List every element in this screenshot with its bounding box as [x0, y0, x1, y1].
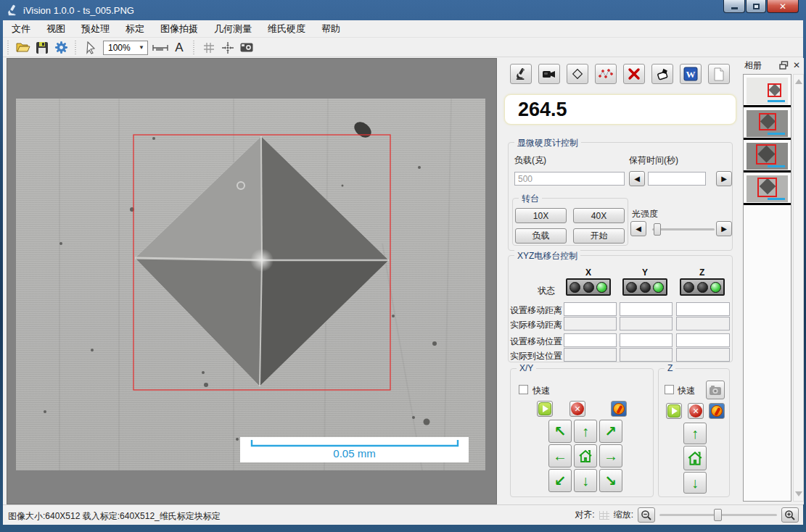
objective-10x-button[interactable]: 10X — [515, 208, 567, 223]
light-decrement-button[interactable]: ◀ — [630, 221, 646, 236]
y-set-distance-input[interactable] — [620, 302, 673, 316]
album-thumbnail-4[interactable] — [744, 173, 791, 205]
xy-stop-button[interactable]: ✕ — [569, 401, 585, 417]
select-tool-button[interactable] — [81, 40, 100, 56]
float-panel-icon[interactable] — [779, 61, 789, 70]
album-close-icon[interactable]: ✕ — [793, 60, 800, 70]
load-button[interactable]: 负载 — [515, 228, 567, 244]
jog-left-button[interactable]: ← — [548, 444, 572, 467]
delete-button[interactable] — [623, 64, 645, 84]
y-set-position-input[interactable] — [620, 333, 673, 347]
jog-up-button[interactable]: ↑ — [574, 420, 597, 443]
right-triangle-icon: ▶ — [721, 225, 727, 233]
menu-help[interactable]: 帮助 — [314, 20, 348, 38]
text-tool-button[interactable]: A — [170, 40, 189, 56]
measure-tool-button[interactable] — [151, 40, 170, 56]
z-set-position-input[interactable] — [676, 333, 730, 347]
zoom-in-button[interactable] — [781, 507, 799, 523]
main-toolbar: 100% ▼ A — [3, 38, 803, 57]
load-label: 负载(克) — [514, 154, 546, 167]
minimize-button[interactable] — [723, 0, 745, 13]
data-points-button[interactable] — [595, 64, 617, 84]
maximize-icon — [753, 4, 760, 9]
menu-file[interactable]: 文件 — [4, 20, 38, 38]
y-red-lamp — [626, 282, 637, 293]
clear-button[interactable] — [651, 64, 673, 84]
dwell-increment-button[interactable]: ▶ — [716, 171, 732, 186]
view-zoom-slider-handle[interactable] — [714, 509, 722, 521]
xy-home-button[interactable] — [574, 444, 597, 467]
jog-down-right-button[interactable]: ↘ — [599, 469, 622, 492]
light-increment-button[interactable]: ▶ — [716, 221, 732, 236]
menu-calibration[interactable]: 标定 — [118, 20, 152, 38]
delete-x-icon — [628, 67, 641, 80]
z-jog-up-button[interactable]: ↑ — [683, 423, 707, 444]
dwell-time-input[interactable] — [648, 172, 706, 186]
album-scrollbar[interactable] — [793, 74, 804, 502]
xy-run-button[interactable] — [537, 401, 553, 417]
z-set-distance-input[interactable] — [676, 302, 730, 316]
x-set-distance-input[interactable] — [564, 302, 617, 316]
jog-right-button[interactable]: → — [599, 444, 622, 467]
xy-reset-button[interactable] — [611, 401, 627, 417]
new-document-button[interactable] — [708, 64, 730, 84]
close-button[interactable]: ✕ — [767, 0, 799, 13]
center-crosshair-button[interactable] — [218, 40, 237, 56]
jog-up-right-button[interactable]: ↗ — [599, 420, 622, 443]
z-home-button[interactable] — [683, 446, 707, 470]
jog-down-left-button[interactable]: ↙ — [548, 469, 572, 492]
scroll-up-icon[interactable] — [795, 79, 802, 84]
settings-button[interactable] — [52, 40, 70, 56]
xy-fast-checkbox[interactable] — [519, 385, 528, 394]
open-file-button[interactable] — [14, 40, 33, 56]
button-label: 40X — [591, 211, 606, 221]
album-header: 相册 ✕ — [741, 58, 804, 72]
window-title: iVision 1.0.0 - ts_005.PNG — [23, 5, 134, 16]
view-zoom-slider-track[interactable] — [659, 514, 777, 516]
z-autofocus-button[interactable] — [706, 381, 725, 399]
reset-icon — [711, 405, 723, 417]
menu-image-capture[interactable]: 图像拍摄 — [153, 20, 205, 38]
scroll-down-icon[interactable] — [795, 491, 802, 496]
menu-geometry-measure[interactable]: 几何测量 — [207, 20, 259, 38]
xy-jog-group: X/Y 快速 ✕ ↖ ↑ ↗ ← → ↙ ↓ ↘ — [510, 368, 654, 497]
zoom-out-button[interactable] — [638, 507, 655, 523]
measure-indent-button[interactable] — [567, 64, 588, 84]
jog-up-left-button[interactable]: ↖ — [548, 420, 572, 443]
save-button[interactable] — [33, 40, 52, 56]
z-jog-down-button[interactable]: ↓ — [683, 472, 707, 494]
z-run-button[interactable] — [666, 403, 682, 419]
menu-view[interactable]: 视图 — [39, 20, 73, 38]
objective-40x-button[interactable]: 40X — [573, 208, 625, 223]
album-thumbnail-3[interactable] — [744, 140, 791, 173]
jog-down-button[interactable]: ↓ — [574, 469, 597, 492]
z-stop-button[interactable]: ✕ — [688, 403, 704, 419]
start-button[interactable]: 开始 — [573, 228, 625, 244]
menu-vickers-hardness[interactable]: 维氏硬度 — [260, 20, 313, 38]
group-title: XYZ电移台控制 — [514, 250, 580, 262]
grid-overlay-button[interactable] — [200, 40, 218, 56]
z-fast-checkbox[interactable] — [665, 385, 674, 394]
menu-preprocess[interactable]: 预处理 — [74, 20, 117, 38]
chevron-down-icon: ▼ — [139, 44, 147, 51]
stop-x-icon: ✕ — [689, 404, 702, 417]
microscope-mode-button[interactable] — [510, 64, 532, 84]
toolbar-grip — [7, 41, 11, 55]
zoom-select[interactable]: 100% ▼ — [103, 41, 148, 55]
light-slider-track[interactable] — [652, 228, 715, 230]
light-slider-handle[interactable] — [654, 223, 661, 236]
maximize-button[interactable] — [746, 0, 766, 13]
microscope-image[interactable]: 0.05 mm — [16, 99, 485, 470]
set-position-label: 设置移动位置 — [510, 336, 562, 348]
scatter-points-icon — [599, 67, 613, 80]
dwell-decrement-button[interactable]: ◀ — [629, 171, 645, 186]
z-reset-button[interactable] — [709, 403, 725, 419]
capture-image-button[interactable] — [237, 40, 256, 56]
load-input[interactable] — [514, 172, 625, 186]
export-word-button[interactable]: W — [680, 64, 702, 84]
align-grid-icon[interactable] — [599, 511, 609, 520]
album-thumbnail-1[interactable] — [744, 75, 791, 107]
x-set-position-input[interactable] — [564, 333, 617, 347]
live-video-button[interactable] — [538, 64, 560, 84]
album-thumbnail-2[interactable] — [744, 107, 791, 140]
